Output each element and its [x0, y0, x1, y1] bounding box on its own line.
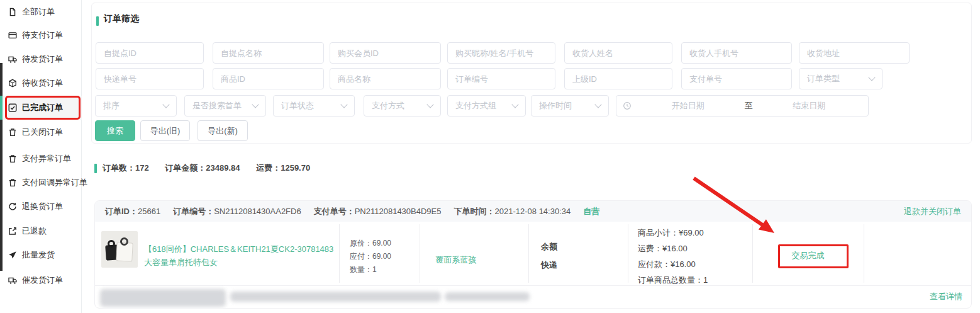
order-card-header: 订单ID：25661 订单编号：SN2112081430AA2FD6 支付单号：…: [95, 201, 971, 222]
buyer-nickname-input[interactable]: [447, 42, 555, 64]
subtotal-row: 商品小计：¥69.00: [638, 225, 708, 241]
sidebar-item-pending-shipment[interactable]: 待发货订单: [0, 47, 82, 71]
date-separator: 至: [741, 100, 757, 111]
active-item-indicator: [0, 96, 3, 120]
buyer-member-id-input[interactable]: [330, 42, 441, 64]
order-stats: 订单数：172 订单金额：23489.84 运费：1259.70: [103, 162, 324, 174]
sidebar-item-pending-receipt[interactable]: 待收货订单: [0, 71, 82, 95]
consignee-name-input[interactable]: [564, 42, 672, 64]
operate-time-select[interactable]: 操作时间: [531, 95, 609, 117]
order-card: 订单ID：25661 订单编号：SN2112081430AA2FD6 支付单号：…: [94, 200, 972, 309]
sidebar-item-pending-payment[interactable]: 待支付订单: [0, 23, 82, 47]
sku-spec-link[interactable]: 覆面系蓝孩: [436, 254, 477, 266]
sidebar: 全部订单 待支付订单 待发货订单 待收货订单 已完成订单 已关闭订单 支付异常订…: [0, 0, 82, 313]
send-icon: [8, 251, 17, 259]
self-operated-tag: 自营: [583, 206, 599, 217]
chevron-down-icon: [340, 101, 347, 108]
checkbox-check-icon: [8, 103, 17, 112]
product-id-input[interactable]: [213, 68, 324, 89]
sidebar-item-completed-orders[interactable]: 已完成订单: [0, 96, 82, 120]
address-input[interactable]: [799, 42, 910, 64]
order-totals: 商品小计：¥69.00 运费：¥16.00 应付款：¥16.00 订单商品总数量…: [638, 225, 708, 288]
pickup-id-input[interactable]: [96, 42, 204, 64]
sidebar-item-payment-callback-exception[interactable]: 支付回调异常订单: [0, 171, 82, 195]
export-old-button[interactable]: 导出(旧): [140, 120, 190, 141]
date-range-picker[interactable]: 开始日期 至 结束日期: [616, 95, 869, 117]
bag-handle-shape: [108, 240, 115, 248]
divider: [95, 285, 971, 286]
order-amount: 订单金额：23489.84: [165, 163, 240, 173]
file-icon: [8, 8, 17, 16]
trash-icon: [8, 178, 17, 187]
sidebar-item-refunded[interactable]: 已退款: [0, 219, 82, 243]
redacted-address-blur: [230, 292, 441, 302]
sidebar-item-label: 待支付订单: [22, 30, 63, 41]
share-icon: [8, 227, 17, 236]
pay-method-group-select[interactable]: 支付方式组: [447, 95, 526, 117]
sidebar-item-urge-shipment[interactable]: 催发货订单: [0, 268, 82, 292]
tracking-number-input[interactable]: [96, 68, 204, 89]
order-status-link[interactable]: 交易完成: [752, 250, 864, 261]
select-placeholder: 操作时间: [539, 100, 596, 111]
sidebar-item-label: 已完成订单: [22, 102, 63, 113]
order-count: 订单数：172: [103, 163, 149, 173]
freight-total: 运费：1259.70: [256, 163, 310, 173]
sidebar-item-label: 批量发货: [22, 249, 55, 261]
sidebar-item-label: 支付异常订单: [22, 153, 71, 164]
chevron-down-icon: [868, 74, 875, 81]
chevron-down-icon: [594, 101, 601, 108]
freight-row: 运费：¥16.00: [638, 241, 708, 256]
divider: [339, 224, 340, 283]
trash-icon: [8, 154, 17, 163]
price-column: 原价：69.00 应付：69.00 数量：1: [350, 237, 391, 276]
end-date-placeholder[interactable]: 结束日期: [757, 100, 862, 111]
sidebar-item-return-exchange[interactable]: 退换货订单: [0, 195, 82, 219]
order-status-select[interactable]: 订单状态: [273, 95, 355, 117]
product-name-input[interactable]: [330, 68, 441, 89]
order-admin-page: 全部订单 待支付订单 待发货订单 待收货订单 已完成订单 已关闭订单 支付异常订…: [0, 0, 980, 313]
card-icon: [8, 31, 17, 40]
sidebar-item-label: 全部订单: [22, 6, 55, 18]
chevron-down-icon: [511, 101, 518, 108]
view-detail-link[interactable]: 查看详情: [930, 291, 962, 302]
order-sn-input[interactable]: [447, 68, 555, 89]
sidebar-item-payment-exception[interactable]: 支付异常订单: [0, 147, 82, 171]
pay-delivery-column: 余额 快递: [541, 237, 557, 274]
first-order-select[interactable]: 是否搜索首单: [184, 95, 266, 117]
sidebar-item-all-orders[interactable]: 全部订单: [0, 0, 82, 24]
product-title-link[interactable]: 【618同价】CHARLES＆KEITH21夏CK2-30781483大容量单肩…: [144, 242, 338, 269]
sidebar-item-label: 待收货订单: [22, 77, 63, 89]
payment-sn-input[interactable]: [681, 68, 792, 89]
search-button[interactable]: 搜索: [95, 120, 135, 141]
select-placeholder: 支付方式组: [455, 100, 513, 111]
parent-id-input[interactable]: [564, 68, 672, 89]
sidebar-item-batch-shipment[interactable]: 批量发货: [0, 243, 82, 267]
select-placeholder: 排序: [103, 100, 164, 111]
original-price: 原价：69.00: [350, 237, 391, 250]
pay-method: 余额: [541, 237, 557, 256]
payable-price: 应付：69.00: [350, 250, 391, 263]
select-placeholder: 支付方式: [372, 100, 428, 111]
redacted-address-blur: [445, 292, 530, 301]
select-placeholder: 订单类型: [807, 73, 869, 84]
pickup-name-input[interactable]: [213, 42, 324, 64]
sidebar-item-label: 已关闭订单: [22, 127, 63, 138]
order-type-select[interactable]: 订单类型: [799, 68, 883, 89]
divider: [528, 224, 529, 283]
refund-close-link[interactable]: 退款并关闭订单: [904, 206, 961, 217]
start-date-placeholder[interactable]: 开始日期: [635, 100, 741, 111]
delivery-method: 快递: [541, 256, 557, 274]
select-placeholder: 是否搜索首单: [192, 100, 253, 111]
sidebar-item-closed-orders[interactable]: 已关闭订单: [0, 120, 82, 144]
chevron-down-icon: [162, 101, 169, 108]
payment-sn: 支付单号：PN2112081430B4D9E5: [314, 206, 442, 217]
pay-method-select[interactable]: 支付方式: [364, 95, 441, 117]
consignee-phone-input[interactable]: [681, 42, 792, 64]
export-new-button[interactable]: 导出(新): [198, 120, 248, 141]
clock-icon: [623, 101, 632, 110]
sort-select[interactable]: 排序: [95, 95, 177, 117]
sidebar-item-label: 已退款: [22, 225, 47, 237]
sidebar-item-label: 支付回调异常订单: [22, 177, 87, 188]
quantity: 数量：1: [350, 263, 391, 276]
product-image[interactable]: [101, 231, 138, 268]
